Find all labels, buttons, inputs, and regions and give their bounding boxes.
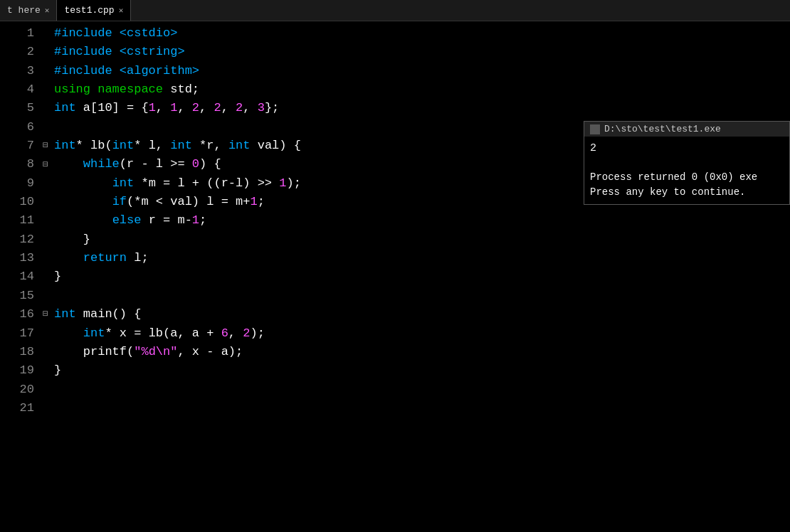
editor-container: 123456789101112131415161718192021 #inclu… [0, 21, 790, 532]
code-line-20 [43, 381, 790, 399]
code-content-12: } [54, 230, 90, 249]
tab-t-here[interactable]: t here ✕ [0, 0, 57, 21]
code-content-1: #include <cstdio> [54, 24, 177, 43]
code-line-13: return l; [43, 249, 790, 267]
code-content-8: while(r - l >= 0) { [54, 155, 221, 174]
code-line-19: } [43, 361, 790, 380]
line-number-16: 16 [9, 305, 34, 324]
line-number-15: 15 [9, 287, 34, 305]
code-content-2: #include <cstring> [54, 43, 185, 61]
code-content-19: } [54, 361, 61, 380]
line-numbers: 123456789101112131415161718192021 [0, 21, 43, 532]
tab-test1-cpp[interactable]: test1.cpp ✕ [57, 0, 131, 21]
code-content-13: return l; [54, 249, 149, 267]
code-content-16: int main() { [54, 305, 141, 324]
tab-bar: t here ✕ test1.cpp ✕ [0, 0, 790, 21]
line-number-20: 20 [9, 381, 34, 399]
code-content-9: int *m = l + ((r-l) >> 1); [54, 174, 301, 193]
tab-test1-cpp-close[interactable]: ✕ [119, 6, 124, 15]
terminal-press: Press any key to continue. [590, 185, 784, 200]
terminal-return: Process returned 0 (0x0) exe [590, 170, 784, 185]
code-content-4: using namespace std; [54, 80, 199, 99]
fold-indicator-7[interactable]: ⊟ [43, 139, 53, 153]
line-number-1: 1 [9, 24, 34, 43]
terminal-icon [590, 124, 600, 134]
line-number-8: 8 [9, 155, 34, 174]
code-line-12: } [43, 230, 790, 249]
code-line-17: int* x = lb(a, a + 6, 2); [43, 324, 790, 343]
line-number-4: 4 [9, 80, 34, 99]
terminal-titlebar: D:\sto\test\test1.exe [584, 122, 789, 137]
line-number-3: 3 [9, 62, 34, 80]
code-line-1: #include <cstdio> [43, 24, 790, 43]
terminal-overlay: D:\sto\test\test1.exe 2 Process returned… [584, 121, 790, 205]
line-number-5: 5 [9, 99, 34, 117]
code-line-14: } [43, 267, 790, 286]
code-line-2: #include <cstring> [43, 43, 790, 61]
line-number-12: 12 [9, 230, 34, 249]
code-content-10: if(*m < val) l = m+1; [54, 193, 265, 211]
terminal-body: 2 Process returned 0 (0x0) exe Press any… [584, 137, 789, 204]
code-content-7: int* lb(int* l, int *r, int val) { [54, 137, 301, 155]
line-number-2: 2 [9, 43, 34, 61]
code-line-18: printf("%d\n", x - a); [43, 343, 790, 361]
line-number-6: 6 [9, 118, 34, 137]
line-number-7: 7 [9, 137, 34, 155]
code-line-15 [43, 287, 790, 305]
fold-indicator-16[interactable]: ⊟ [43, 307, 53, 321]
tab-t-here-close[interactable]: ✕ [45, 6, 50, 15]
terminal-output: 2 [590, 141, 784, 157]
line-number-17: 17 [9, 324, 34, 343]
terminal-title: D:\sto\test\test1.exe [604, 124, 721, 134]
code-line-5: int a[10] = {1, 1, 2, 2, 2, 3}; [43, 99, 790, 117]
code-content-11: else r = m-1; [54, 211, 206, 230]
code-content-14: } [54, 267, 61, 286]
code-area[interactable]: #include <cstdio>#include <cstring>#incl… [43, 21, 790, 532]
fold-indicator-8[interactable]: ⊟ [43, 158, 53, 172]
line-number-10: 10 [9, 193, 34, 211]
line-number-21: 21 [9, 399, 34, 417]
code-line-16: ⊟int main() { [43, 305, 790, 324]
tab-t-here-label: t here [7, 5, 41, 16]
code-line-3: #include <algorithm> [43, 62, 790, 80]
line-number-13: 13 [9, 249, 34, 267]
code-content-3: #include <algorithm> [54, 62, 199, 80]
tab-test1-cpp-label: test1.cpp [64, 5, 114, 16]
code-content-17: int* x = lb(a, a + 6, 2); [54, 324, 265, 343]
line-number-14: 14 [9, 267, 34, 286]
line-number-9: 9 [9, 174, 34, 193]
code-line-21 [43, 399, 790, 417]
line-number-11: 11 [9, 211, 34, 230]
code-line-4: using namespace std; [43, 80, 790, 99]
line-number-18: 18 [9, 343, 34, 361]
code-content-5: int a[10] = {1, 1, 2, 2, 2, 3}; [54, 99, 279, 117]
line-number-19: 19 [9, 361, 34, 380]
code-line-11: else r = m-1; [43, 211, 790, 230]
code-content-18: printf("%d\n", x - a); [54, 343, 243, 361]
